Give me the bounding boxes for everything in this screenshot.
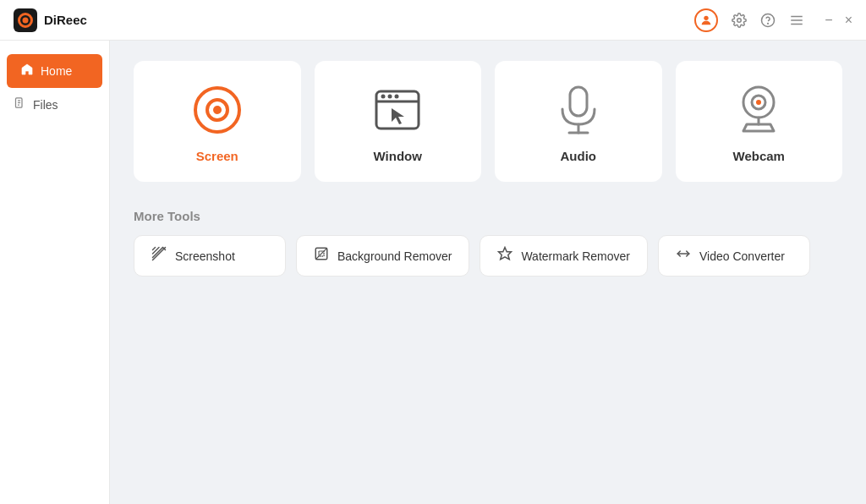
background-remover-label: Background Remover bbox=[337, 249, 452, 263]
mode-card-screen[interactable]: Screen bbox=[134, 61, 301, 182]
svg-point-0 bbox=[704, 15, 709, 19]
sidebar-item-home[interactable]: Home bbox=[7, 54, 102, 88]
screenshot-icon bbox=[151, 246, 167, 266]
svg-point-24 bbox=[756, 100, 761, 105]
mode-card-window[interactable]: Window bbox=[315, 61, 482, 182]
profile-icon[interactable] bbox=[694, 8, 718, 32]
video-converter-label: Video Converter bbox=[699, 249, 785, 263]
background-remover-icon bbox=[314, 246, 329, 266]
svg-marker-34 bbox=[499, 248, 512, 260]
window-card-label: Window bbox=[374, 149, 422, 163]
close-button[interactable]: × bbox=[845, 13, 852, 28]
minimize-button[interactable]: − bbox=[825, 13, 832, 28]
files-icon bbox=[14, 96, 26, 112]
help-icon[interactable] bbox=[760, 13, 776, 28]
menu-icon[interactable] bbox=[789, 13, 804, 28]
settings-icon[interactable] bbox=[732, 13, 747, 28]
sidebar-files-label: Files bbox=[33, 98, 58, 112]
title-bar-right: − × bbox=[694, 8, 852, 32]
audio-card-label: Audio bbox=[561, 149, 597, 163]
webcam-card-label: Webcam bbox=[733, 149, 785, 163]
more-tools-section: More Tools Screenshot bbox=[134, 209, 842, 277]
home-icon bbox=[20, 63, 34, 79]
app-logo-icon bbox=[18, 13, 33, 28]
svg-line-30 bbox=[153, 248, 166, 260]
watermark-remover-icon bbox=[497, 246, 512, 266]
more-tools-title: More Tools bbox=[134, 209, 842, 223]
svg-point-16 bbox=[381, 95, 386, 99]
video-converter-icon bbox=[676, 246, 691, 266]
svg-rect-19 bbox=[570, 87, 587, 116]
watermark-remover-label: Watermark Remover bbox=[521, 249, 630, 263]
tool-video-converter[interactable]: Video Converter bbox=[658, 235, 810, 277]
sidebar-home-label: Home bbox=[41, 64, 72, 78]
svg-point-18 bbox=[395, 95, 399, 99]
svg-point-17 bbox=[388, 95, 392, 99]
title-bar-left: DiReec bbox=[14, 8, 87, 32]
tools-grid: Screenshot Background Remover bbox=[134, 235, 842, 277]
mode-card-audio[interactable]: Audio bbox=[495, 61, 662, 182]
mode-cards: Screen Window bbox=[134, 61, 842, 182]
title-bar: DiReec bbox=[0, 0, 866, 41]
main-layout: Home Files bbox=[0, 41, 866, 504]
svg-line-26 bbox=[153, 248, 156, 250]
sidebar: Home Files bbox=[0, 41, 110, 504]
screen-card-label: Screen bbox=[196, 149, 238, 163]
window-card-icon bbox=[370, 83, 425, 137]
svg-point-1 bbox=[737, 18, 742, 22]
tool-background-remover[interactable]: Background Remover bbox=[296, 235, 469, 277]
sidebar-item-files[interactable]: Files bbox=[0, 88, 109, 121]
tool-watermark-remover[interactable]: Watermark Remover bbox=[480, 235, 648, 277]
webcam-card-icon bbox=[732, 83, 786, 137]
app-logo bbox=[14, 8, 37, 32]
app-name: DiReec bbox=[44, 13, 87, 27]
tool-screenshot[interactable]: Screenshot bbox=[134, 235, 286, 277]
screenshot-label: Screenshot bbox=[175, 249, 235, 263]
mode-card-webcam[interactable]: Webcam bbox=[676, 61, 843, 182]
audio-card-icon bbox=[551, 83, 606, 137]
window-controls: − × bbox=[825, 13, 852, 28]
content-area: Screen Window bbox=[110, 41, 866, 504]
screen-card-icon bbox=[190, 83, 244, 137]
svg-point-13 bbox=[213, 106, 222, 114]
svg-line-33 bbox=[315, 248, 327, 260]
